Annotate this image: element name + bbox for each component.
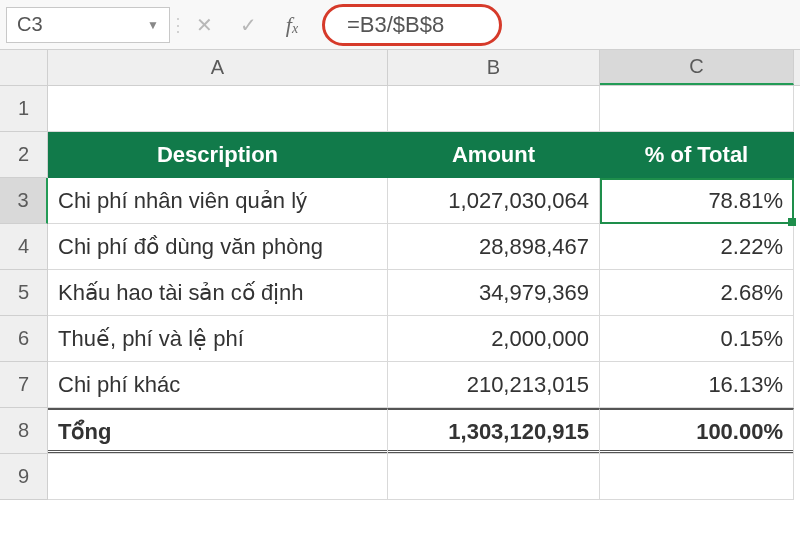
col-label: B [487, 56, 500, 79]
row-label: 2 [18, 143, 29, 166]
formula-bar: C3 ▼ ⋮ ✕ ✓ fx =B3/$B$8 [0, 0, 800, 50]
name-box-value: C3 [17, 13, 43, 36]
row-label: 9 [18, 465, 29, 488]
cell-text: 1,303,120,915 [448, 419, 589, 445]
row-header-4[interactable]: 4 [0, 224, 48, 270]
row-header-8[interactable]: 8 [0, 408, 48, 454]
cell-B1[interactable] [388, 86, 600, 132]
cell-A6[interactable]: Thuế, phí và lệ phí [48, 316, 388, 362]
formula-input-wrap: =B3/$B$8 [322, 4, 502, 46]
row-6: 6 Thuế, phí và lệ phí 2,000,000 0.15% [0, 316, 800, 362]
col-header-A[interactable]: A [48, 50, 388, 85]
row-header-3[interactable]: 3 [0, 178, 48, 224]
cell-B8[interactable]: 1,303,120,915 [388, 408, 600, 454]
formula-input[interactable]: =B3/$B$8 [322, 4, 502, 46]
cell-text: 2,000,000 [491, 326, 589, 352]
row-header-1[interactable]: 1 [0, 86, 48, 132]
col-label: C [689, 55, 703, 78]
row-8: 8 Tổng 1,303,120,915 100.00% [0, 408, 800, 454]
cell-B7[interactable]: 210,213,015 [388, 362, 600, 408]
cell-C9[interactable] [600, 454, 794, 500]
formula-text: =B3/$B$8 [347, 12, 444, 38]
row-7: 7 Chi phí khác 210,213,015 16.13% [0, 362, 800, 408]
cell-A7[interactable]: Chi phí khác [48, 362, 388, 408]
cell-text: 100.00% [696, 419, 783, 445]
row-header-9[interactable]: 9 [0, 454, 48, 500]
chevron-down-icon: ▼ [147, 18, 159, 32]
cell-text: 1,027,030,064 [448, 188, 589, 214]
cell-text: 2.68% [721, 280, 783, 306]
cell-B9[interactable] [388, 454, 600, 500]
col-header-C[interactable]: C [600, 50, 794, 85]
cell-C6[interactable]: 0.15% [600, 316, 794, 362]
cancel-icon[interactable]: ✕ [184, 7, 224, 43]
cell-text: Tổng [58, 419, 111, 445]
row-label: 6 [18, 327, 29, 350]
cell-C1[interactable] [600, 86, 794, 132]
cell-B4[interactable]: 28,898,467 [388, 224, 600, 270]
row-label: 3 [17, 189, 28, 212]
cell-text: 28,898,467 [479, 234, 589, 260]
row-label: 4 [18, 235, 29, 258]
row-header-7[interactable]: 7 [0, 362, 48, 408]
cell-B2[interactable]: Amount [388, 132, 600, 178]
header-pct: % of Total [645, 142, 748, 168]
row-label: 1 [18, 97, 29, 120]
cell-A3[interactable]: Chi phí nhân viên quản lý [48, 178, 388, 224]
row-header-5[interactable]: 5 [0, 270, 48, 316]
cell-text: 210,213,015 [467, 372, 589, 398]
row-header-6[interactable]: 6 [0, 316, 48, 362]
cell-text: 2.22% [721, 234, 783, 260]
col-header-B[interactable]: B [388, 50, 600, 85]
divider-icon: ⋮ [174, 12, 180, 38]
header-desc: Description [157, 142, 278, 168]
column-headers: A B C [0, 50, 800, 86]
name-box[interactable]: C3 ▼ [6, 7, 170, 43]
cell-text: Khấu hao tài sản cố định [58, 280, 304, 306]
row-5: 5 Khấu hao tài sản cố định 34,979,369 2.… [0, 270, 800, 316]
row-1: 1 [0, 86, 800, 132]
cell-A4[interactable]: Chi phí đồ dùng văn phòng [48, 224, 388, 270]
cell-text: 34,979,369 [479, 280, 589, 306]
cell-C4[interactable]: 2.22% [600, 224, 794, 270]
fx-icon[interactable]: fx [272, 7, 312, 43]
cell-text: Thuế, phí và lệ phí [58, 326, 244, 352]
cell-text: Chi phí nhân viên quản lý [58, 188, 307, 214]
row-4: 4 Chi phí đồ dùng văn phòng 28,898,467 2… [0, 224, 800, 270]
cell-A5[interactable]: Khấu hao tài sản cố định [48, 270, 388, 316]
cell-C5[interactable]: 2.68% [600, 270, 794, 316]
cell-A1[interactable] [48, 86, 388, 132]
check-icon[interactable]: ✓ [228, 7, 268, 43]
cell-C8[interactable]: 100.00% [600, 408, 794, 454]
header-amount: Amount [452, 142, 535, 168]
cell-C7[interactable]: 16.13% [600, 362, 794, 408]
row-2: 2 Description Amount % of Total [0, 132, 800, 178]
cell-A9[interactable] [48, 454, 388, 500]
cell-A8[interactable]: Tổng [48, 408, 388, 454]
cell-B5[interactable]: 34,979,369 [388, 270, 600, 316]
select-all-corner[interactable] [0, 50, 48, 85]
row-label: 7 [18, 373, 29, 396]
cell-text: 16.13% [708, 372, 783, 398]
row-label: 5 [18, 281, 29, 304]
cell-text: 0.15% [721, 326, 783, 352]
cell-text: Chi phí đồ dùng văn phòng [58, 234, 323, 260]
row-9: 9 [0, 454, 800, 500]
row-header-2[interactable]: 2 [0, 132, 48, 178]
cell-text: 78.81% [708, 188, 783, 214]
cell-C2[interactable]: % of Total [600, 132, 794, 178]
cell-B3[interactable]: 1,027,030,064 [388, 178, 600, 224]
cell-text: Chi phí khác [58, 372, 180, 398]
spreadsheet-grid: A B C 1 2 Description Amount % of Total … [0, 50, 800, 500]
cell-A2[interactable]: Description [48, 132, 388, 178]
cell-B6[interactable]: 2,000,000 [388, 316, 600, 362]
row-label: 8 [18, 419, 29, 442]
row-3: 3 Chi phí nhân viên quản lý 1,027,030,06… [0, 178, 800, 224]
cell-C3[interactable]: 78.81% [600, 178, 794, 224]
col-label: A [211, 56, 224, 79]
